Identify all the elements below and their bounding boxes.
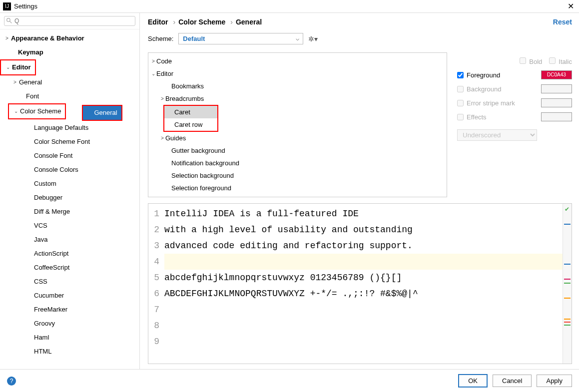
- svg-line-1: [9, 21, 11, 23]
- bold-checkbox[interactable]: Bold: [520, 57, 542, 65]
- chevron-icon: ⌄: [150, 68, 156, 79]
- settings-nav[interactable]: >Appearance & BehaviorKeymap⌄Editor>Gene…: [0, 29, 139, 369]
- sidebar-item-groovy[interactable]: Groovy: [0, 317, 139, 331]
- sidebar-item-actionscript[interactable]: ActionScript: [0, 247, 139, 261]
- sidebar-item-keymap[interactable]: Keymap: [0, 45, 139, 59]
- preview-pane: 123456789 IntelliJ IDEA is a full-featur…: [148, 203, 572, 364]
- sidebar-item-general[interactable]: >General: [0, 75, 139, 89]
- tree-item-label: Selection foreground: [171, 183, 231, 193]
- background-checkbox[interactable]: [457, 86, 464, 92]
- app-icon: IJ: [3, 2, 11, 10]
- scheme-select[interactable]: Default: [178, 33, 303, 44]
- sidebar-item-debugger[interactable]: Debugger: [0, 191, 139, 205]
- tree-item-notification-background[interactable]: Notification background: [148, 157, 447, 169]
- sidebar-item-html[interactable]: HTML: [0, 345, 139, 359]
- sidebar-item-general[interactable]: General: [83, 106, 121, 120]
- help-icon[interactable]: ?: [7, 377, 16, 386]
- error-stripe-checkbox[interactable]: [457, 100, 464, 106]
- chevron-icon: ⌄: [13, 106, 19, 116]
- foreground-checkbox[interactable]: [457, 72, 464, 78]
- sidebar-item-freemarker[interactable]: FreeMarker: [0, 303, 139, 317]
- tree-item-label: Caret row: [174, 119, 202, 130]
- tree-item-gutter-background[interactable]: Gutter background: [148, 144, 447, 157]
- tree-item-selection-background[interactable]: Selection background: [148, 169, 447, 182]
- sidebar-item-console-font[interactable]: Console Font: [0, 149, 139, 163]
- close-icon[interactable]: ✕: [566, 1, 576, 11]
- sidebar-item-java[interactable]: Java: [0, 233, 139, 247]
- sidebar-item-console-colors[interactable]: Console Colors: [0, 163, 139, 177]
- tree-item-label: Code: [156, 56, 172, 66]
- sidebar-item-css[interactable]: CSS: [0, 275, 139, 289]
- effects-color-swatch[interactable]: [541, 112, 572, 121]
- effects-type-select[interactable]: Underscored: [457, 129, 537, 141]
- sidebar-item-label: VCS: [34, 221, 47, 231]
- tree-item-bookmarks[interactable]: Bookmarks: [148, 80, 447, 92]
- sidebar-item-vcs[interactable]: VCS: [0, 219, 139, 233]
- svg-point-0: [7, 18, 10, 22]
- sidebar-item-label: Diff & Merge: [34, 207, 70, 217]
- chevron-right-icon: ›: [230, 18, 233, 26]
- tree-item-selection-foreground[interactable]: Selection foreground: [148, 182, 447, 194]
- tree-item-caret-row[interactable]: Caret row: [164, 118, 217, 131]
- foreground-color-swatch[interactable]: DC0A43: [541, 70, 572, 79]
- sidebar-item-label: CSS: [34, 277, 47, 287]
- tree-item-breadcrumbs[interactable]: >Breadcrumbs: [148, 92, 447, 105]
- effects-label: Effects: [467, 113, 487, 121]
- sidebar-item-label: CoffeeScript: [34, 263, 69, 273]
- sidebar-item-label: Debugger: [34, 193, 62, 203]
- tree-item-separator-line-above[interactable]: Separator line above: [148, 194, 447, 197]
- chevron-icon: >: [150, 56, 156, 66]
- tree-item-caret[interactable]: Caret: [164, 106, 217, 118]
- sidebar-item-label: Custom: [34, 179, 56, 189]
- preview-gutter: 123456789: [148, 204, 162, 364]
- sidebar-item-language-defaults[interactable]: Language Defaults: [0, 121, 139, 135]
- sidebar-item-font[interactable]: Font: [0, 89, 139, 103]
- search-input[interactable]: [4, 16, 135, 26]
- breadcrumb-colorscheme[interactable]: Color Scheme: [178, 18, 225, 26]
- sidebar-item-label: Java: [34, 235, 47, 245]
- sidebar-item-label: Editor: [12, 62, 31, 72]
- italic-checkbox[interactable]: Italic: [549, 57, 572, 65]
- settings-sidebar: >Appearance & BehaviorKeymap⌄Editor>Gene…: [0, 13, 140, 369]
- sidebar-item-custom[interactable]: Custom: [0, 177, 139, 191]
- tree-item-code[interactable]: >Code: [148, 55, 447, 67]
- sidebar-item-color-scheme-font[interactable]: Color Scheme Font: [0, 135, 139, 149]
- effects-checkbox[interactable]: [457, 114, 464, 120]
- reset-link[interactable]: Reset: [553, 18, 572, 26]
- breadcrumb-editor[interactable]: Editor: [148, 18, 168, 26]
- ok-button[interactable]: OK: [458, 374, 488, 388]
- sidebar-item-coffeescript[interactable]: CoffeeScript: [0, 261, 139, 275]
- sidebar-item-label: Font: [26, 91, 39, 101]
- tree-item-guides[interactable]: >Guides: [148, 132, 447, 144]
- background-color-swatch[interactable]: [541, 84, 572, 93]
- sidebar-item-editor[interactable]: ⌄Editor: [1, 60, 35, 74]
- sidebar-item-cucumber[interactable]: Cucumber: [0, 289, 139, 303]
- sidebar-item-label: Groovy: [34, 319, 55, 329]
- sidebar-item-haml[interactable]: Haml: [0, 331, 139, 345]
- inspection-ok-icon: ✔: [565, 206, 570, 213]
- window-title: Settings: [14, 2, 566, 10]
- sidebar-item-label: ActionScript: [34, 249, 68, 259]
- sidebar-item-diff-merge[interactable]: Diff & Merge: [0, 205, 139, 219]
- error-stripe-color-swatch[interactable]: [541, 98, 572, 107]
- tree-item-label: Gutter background: [171, 145, 225, 156]
- properties-pane: Bold Italic Foreground DC0A43 Background: [457, 52, 572, 197]
- sidebar-item-label: Color Scheme Font: [34, 137, 90, 147]
- sidebar-item-color-scheme[interactable]: ⌄Color Scheme: [9, 104, 65, 118]
- tree-item-editor[interactable]: ⌄Editor: [148, 67, 447, 80]
- attributes-tree[interactable]: >Code⌄EditorBookmarks>BreadcrumbsCaretCa…: [148, 52, 447, 197]
- sidebar-item-appearance-behavior[interactable]: >Appearance & Behavior: [0, 31, 139, 45]
- cancel-button[interactable]: Cancel: [493, 375, 532, 387]
- scheme-row: Scheme: Default ✲▾: [148, 33, 572, 44]
- background-label: Background: [467, 85, 501, 93]
- gear-icon[interactable]: ✲▾: [308, 35, 318, 43]
- sidebar-item-label: Haml: [34, 333, 49, 343]
- breadcrumb: Editor › Color Scheme › General Reset: [148, 18, 572, 26]
- chevron-icon: ⌄: [5, 62, 11, 72]
- apply-button[interactable]: Apply: [537, 375, 572, 387]
- preview-code: IntelliJ IDEA is a full-featured IDE wit…: [162, 204, 563, 364]
- tree-item-label: Guides: [165, 133, 186, 143]
- sidebar-item-label: Console Font: [34, 151, 72, 161]
- tree-item-label: Breadcrumbs: [165, 93, 204, 104]
- sidebar-item-label: Color Scheme: [20, 106, 61, 116]
